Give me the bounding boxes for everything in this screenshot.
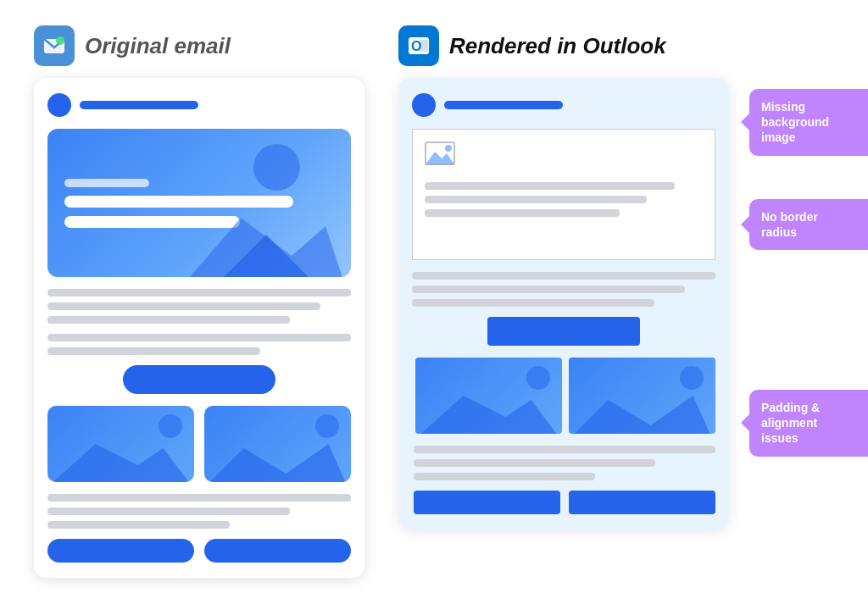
svg-marker-14 — [575, 396, 710, 434]
original-bottom-buttons — [47, 539, 351, 563]
outlook-text-group-1 — [412, 272, 715, 307]
outlook-text-line-1 — [412, 272, 715, 280]
svg-point-11 — [445, 145, 452, 152]
original-bottom-btn-1 — [47, 539, 194, 563]
main-container: Original email — [0, 0, 868, 610]
original-text-line-4 — [47, 334, 351, 341]
original-image-grid — [47, 406, 351, 482]
svg-marker-13 — [421, 396, 557, 434]
original-thumb-2 — [204, 406, 351, 482]
original-avatar-row — [47, 93, 351, 117]
annotation-padding-issues: Padding & alignment issues — [749, 390, 868, 457]
original-email-header: Original email — [34, 25, 231, 66]
original-thumb-1 — [47, 406, 194, 482]
outlook-name-bar — [444, 101, 563, 109]
original-avatar — [47, 93, 71, 117]
original-text-line-2 — [47, 302, 320, 310]
outlook-email-card — [398, 78, 729, 530]
outlook-bottom-btn-1 — [414, 491, 560, 514]
outlook-thumb-2 — [569, 358, 715, 434]
outlook-broken-hero — [412, 129, 715, 260]
original-email-title: Original email — [85, 33, 231, 59]
email-icon — [34, 25, 75, 66]
original-hero-circle — [253, 144, 300, 191]
original-text-group-1 — [47, 289, 351, 324]
outlook-broken-line-2 — [425, 196, 647, 203]
svg-marker-10 — [426, 152, 454, 164]
outlook-broken-icon-row — [425, 141, 703, 169]
original-text-group-3 — [47, 494, 351, 529]
original-text-line-3 — [47, 316, 290, 324]
original-hero-block — [47, 129, 351, 277]
outlook-text-line-2 — [412, 286, 685, 293]
outlook-bottom-btn-2 — [569, 491, 715, 514]
outlook-text-line-8 — [414, 473, 595, 480]
outlook-broken-line-3 — [425, 209, 620, 217]
original-bottom-btn-2 — [204, 539, 351, 563]
original-hero-mountain — [190, 201, 342, 277]
outlook-image-grid — [412, 358, 715, 434]
original-email-panel: Original email — [34, 25, 364, 578]
outlook-text-line-7 — [414, 459, 655, 467]
svg-marker-4 — [53, 444, 189, 482]
svg-rect-8 — [420, 40, 428, 52]
outlook-avatar-row — [412, 93, 715, 117]
original-cta-row — [47, 365, 351, 394]
original-text-line-8 — [47, 521, 230, 529]
original-text-line-5 — [47, 347, 260, 355]
outlook-text-line-3 — [412, 299, 654, 307]
outlook-avatar — [412, 93, 436, 117]
outlook-thumb-1 — [415, 358, 562, 434]
outlook-text-group-3 — [412, 446, 715, 480]
outlook-email-panel: O Rendered in Outlook — [398, 25, 729, 530]
original-email-card — [34, 78, 364, 578]
outlook-broken-text-lines — [425, 182, 703, 217]
outlook-broken-line-1 — [425, 182, 675, 190]
original-cta-button — [123, 365, 275, 394]
outlook-email-title: Rendered in Outlook — [449, 33, 666, 59]
annotation-no-border-radius: No border radius — [749, 199, 868, 250]
annotation-missing-bg: Missing background image — [749, 89, 868, 156]
original-text-line-6 — [47, 494, 351, 502]
outlook-text-line-6 — [414, 446, 715, 453]
svg-marker-5 — [210, 444, 346, 482]
original-text-group-2 — [47, 334, 351, 355]
original-name-bar — [80, 101, 198, 109]
outlook-email-header: O Rendered in Outlook — [398, 25, 666, 66]
svg-point-1 — [56, 36, 64, 45]
original-text-line-1 — [47, 289, 351, 297]
original-hero-bar-short — [64, 179, 149, 187]
outlook-cta-button — [487, 317, 640, 346]
outlook-bottom-buttons — [412, 491, 715, 514]
outlook-cta-row — [412, 317, 715, 346]
original-text-line-7 — [47, 507, 290, 515]
outlook-icon: O — [398, 25, 439, 66]
